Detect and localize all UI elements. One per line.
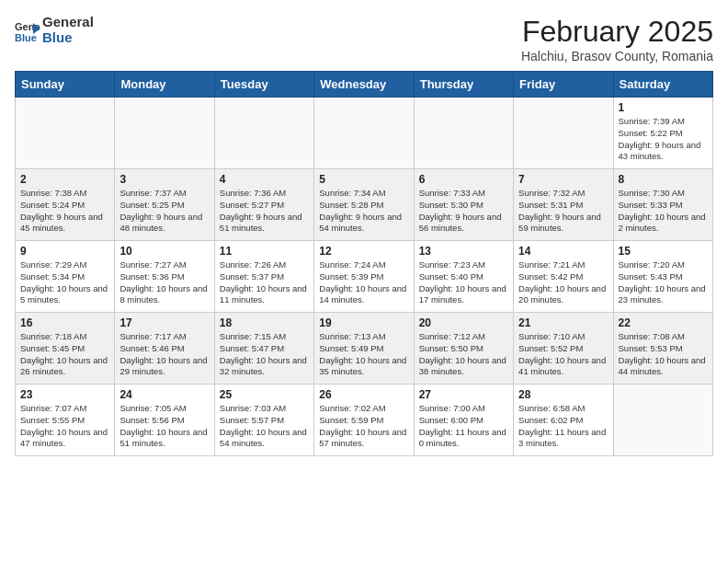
calendar-cell <box>514 98 613 169</box>
header: General Blue General Blue February 2025 … <box>15 15 713 63</box>
calendar-cell: 6Sunrise: 7:33 AM Sunset: 5:30 PM Daylig… <box>414 169 513 241</box>
calendar-cell: 19Sunrise: 7:13 AM Sunset: 5:49 PM Dayli… <box>314 313 414 385</box>
month-title: February 2025 <box>521 15 713 49</box>
weekday-header-sunday: Sunday <box>16 72 115 98</box>
day-info: Sunrise: 7:27 AM Sunset: 5:36 PM Dayligh… <box>119 259 209 306</box>
day-number: 9 <box>20 245 109 258</box>
day-info: Sunrise: 7:33 AM Sunset: 5:30 PM Dayligh… <box>419 188 508 235</box>
day-number: 27 <box>419 388 508 401</box>
day-info: Sunrise: 7:36 AM Sunset: 5:27 PM Dayligh… <box>220 188 309 235</box>
day-info: Sunrise: 7:00 AM Sunset: 6:00 PM Dayligh… <box>419 403 508 450</box>
day-info: Sunrise: 7:08 AM Sunset: 5:53 PM Dayligh… <box>619 331 708 378</box>
calendar-cell: 8Sunrise: 7:30 AM Sunset: 5:33 PM Daylig… <box>613 169 712 241</box>
day-number: 2 <box>20 173 109 186</box>
day-number: 6 <box>419 173 508 186</box>
calendar-cell: 26Sunrise: 7:02 AM Sunset: 5:59 PM Dayli… <box>314 385 414 456</box>
day-number: 12 <box>319 245 408 258</box>
weekday-header-wednesday: Wednesday <box>314 72 414 98</box>
calendar-cell: 9Sunrise: 7:29 AM Sunset: 5:34 PM Daylig… <box>16 241 115 313</box>
day-number: 21 <box>518 316 608 329</box>
day-info: Sunrise: 7:13 AM Sunset: 5:49 PM Dayligh… <box>319 331 408 378</box>
weekday-header-monday: Monday <box>115 72 214 98</box>
calendar-cell: 23Sunrise: 7:07 AM Sunset: 5:55 PM Dayli… <box>16 385 115 456</box>
day-info: Sunrise: 7:32 AM Sunset: 5:31 PM Dayligh… <box>518 188 608 235</box>
calendar-cell: 3Sunrise: 7:37 AM Sunset: 5:25 PM Daylig… <box>115 169 214 241</box>
day-number: 22 <box>619 316 708 329</box>
day-number: 14 <box>518 245 608 258</box>
day-number: 8 <box>619 173 708 186</box>
calendar-cell: 13Sunrise: 7:23 AM Sunset: 5:40 PM Dayli… <box>414 241 513 313</box>
calendar-cell: 27Sunrise: 7:00 AM Sunset: 6:00 PM Dayli… <box>414 385 513 456</box>
day-info: Sunrise: 7:07 AM Sunset: 5:55 PM Dayligh… <box>20 403 109 450</box>
day-info: Sunrise: 7:34 AM Sunset: 5:28 PM Dayligh… <box>319 188 408 235</box>
day-number: 20 <box>419 316 508 329</box>
weekday-header-thursday: Thursday <box>414 72 513 98</box>
day-number: 16 <box>20 316 109 329</box>
calendar-cell <box>613 385 712 456</box>
calendar-cell: 12Sunrise: 7:24 AM Sunset: 5:39 PM Dayli… <box>314 241 414 313</box>
logo-general: General <box>42 15 94 30</box>
day-info: Sunrise: 7:10 AM Sunset: 5:52 PM Dayligh… <box>518 331 608 378</box>
calendar-cell: 17Sunrise: 7:17 AM Sunset: 5:46 PM Dayli… <box>115 313 214 385</box>
weekday-header-saturday: Saturday <box>613 72 712 98</box>
calendar-week-row: 23Sunrise: 7:07 AM Sunset: 5:55 PM Dayli… <box>16 385 713 456</box>
day-info: Sunrise: 7:20 AM Sunset: 5:43 PM Dayligh… <box>619 259 708 306</box>
calendar-cell: 1Sunrise: 7:39 AM Sunset: 5:22 PM Daylig… <box>613 98 712 169</box>
calendar-cell: 11Sunrise: 7:26 AM Sunset: 5:37 PM Dayli… <box>214 241 313 313</box>
day-info: Sunrise: 7:02 AM Sunset: 5:59 PM Dayligh… <box>319 403 408 450</box>
day-number: 25 <box>220 388 309 401</box>
calendar-cell: 20Sunrise: 7:12 AM Sunset: 5:50 PM Dayli… <box>414 313 513 385</box>
day-info: Sunrise: 7:24 AM Sunset: 5:39 PM Dayligh… <box>319 259 408 306</box>
day-info: Sunrise: 7:38 AM Sunset: 5:24 PM Dayligh… <box>20 188 109 235</box>
calendar-cell: 10Sunrise: 7:27 AM Sunset: 5:36 PM Dayli… <box>115 241 214 313</box>
day-number: 1 <box>619 101 708 114</box>
day-info: Sunrise: 7:03 AM Sunset: 5:57 PM Dayligh… <box>220 403 309 450</box>
calendar-cell: 24Sunrise: 7:05 AM Sunset: 5:56 PM Dayli… <box>115 385 214 456</box>
calendar-cell <box>314 98 414 169</box>
calendar-header-row: SundayMondayTuesdayWednesdayThursdayFrid… <box>16 72 713 98</box>
day-number: 19 <box>319 316 408 329</box>
calendar-cell: 18Sunrise: 7:15 AM Sunset: 5:47 PM Dayli… <box>214 313 313 385</box>
day-number: 23 <box>20 388 109 401</box>
calendar-cell <box>214 98 313 169</box>
calendar: SundayMondayTuesdayWednesdayThursdayFrid… <box>15 71 713 456</box>
calendar-cell <box>115 98 214 169</box>
day-info: Sunrise: 7:18 AM Sunset: 5:45 PM Dayligh… <box>20 331 109 378</box>
location-title: Halchiu, Brasov County, Romania <box>521 49 713 63</box>
day-info: Sunrise: 7:12 AM Sunset: 5:50 PM Dayligh… <box>419 331 508 378</box>
day-number: 7 <box>518 173 608 186</box>
weekday-header-tuesday: Tuesday <box>214 72 313 98</box>
day-number: 26 <box>319 388 408 401</box>
day-info: Sunrise: 7:21 AM Sunset: 5:42 PM Dayligh… <box>518 259 608 306</box>
calendar-cell: 28Sunrise: 6:58 AM Sunset: 6:02 PM Dayli… <box>514 385 613 456</box>
day-info: Sunrise: 7:15 AM Sunset: 5:47 PM Dayligh… <box>220 331 309 378</box>
calendar-cell: 5Sunrise: 7:34 AM Sunset: 5:28 PM Daylig… <box>314 169 414 241</box>
calendar-cell: 22Sunrise: 7:08 AM Sunset: 5:53 PM Dayli… <box>613 313 712 385</box>
day-number: 13 <box>419 245 508 258</box>
day-number: 28 <box>518 388 608 401</box>
day-info: Sunrise: 7:23 AM Sunset: 5:40 PM Dayligh… <box>419 259 508 306</box>
day-number: 18 <box>220 316 309 329</box>
svg-text:Blue: Blue <box>15 32 37 43</box>
calendar-week-row: 9Sunrise: 7:29 AM Sunset: 5:34 PM Daylig… <box>16 241 713 313</box>
calendar-cell: 21Sunrise: 7:10 AM Sunset: 5:52 PM Dayli… <box>514 313 613 385</box>
calendar-cell: 16Sunrise: 7:18 AM Sunset: 5:45 PM Dayli… <box>16 313 115 385</box>
calendar-cell: 25Sunrise: 7:03 AM Sunset: 5:57 PM Dayli… <box>214 385 313 456</box>
day-number: 11 <box>220 245 309 258</box>
day-info: Sunrise: 7:05 AM Sunset: 5:56 PM Dayligh… <box>119 403 209 450</box>
day-number: 3 <box>119 173 209 186</box>
calendar-cell <box>16 98 115 169</box>
calendar-week-row: 1Sunrise: 7:39 AM Sunset: 5:22 PM Daylig… <box>16 98 713 169</box>
day-info: Sunrise: 7:17 AM Sunset: 5:46 PM Dayligh… <box>119 331 209 378</box>
title-area: February 2025 Halchiu, Brasov County, Ro… <box>521 15 713 63</box>
day-info: Sunrise: 7:26 AM Sunset: 5:37 PM Dayligh… <box>220 259 309 306</box>
logo: General Blue General Blue <box>15 15 94 45</box>
day-info: Sunrise: 7:30 AM Sunset: 5:33 PM Dayligh… <box>619 188 708 235</box>
calendar-cell: 14Sunrise: 7:21 AM Sunset: 5:42 PM Dayli… <box>514 241 613 313</box>
day-info: Sunrise: 6:58 AM Sunset: 6:02 PM Dayligh… <box>518 403 608 450</box>
weekday-header-friday: Friday <box>514 72 613 98</box>
day-number: 5 <box>319 173 408 186</box>
calendar-cell: 15Sunrise: 7:20 AM Sunset: 5:43 PM Dayli… <box>613 241 712 313</box>
day-info: Sunrise: 7:39 AM Sunset: 5:22 PM Dayligh… <box>619 116 708 163</box>
day-info: Sunrise: 7:29 AM Sunset: 5:34 PM Dayligh… <box>20 259 109 306</box>
